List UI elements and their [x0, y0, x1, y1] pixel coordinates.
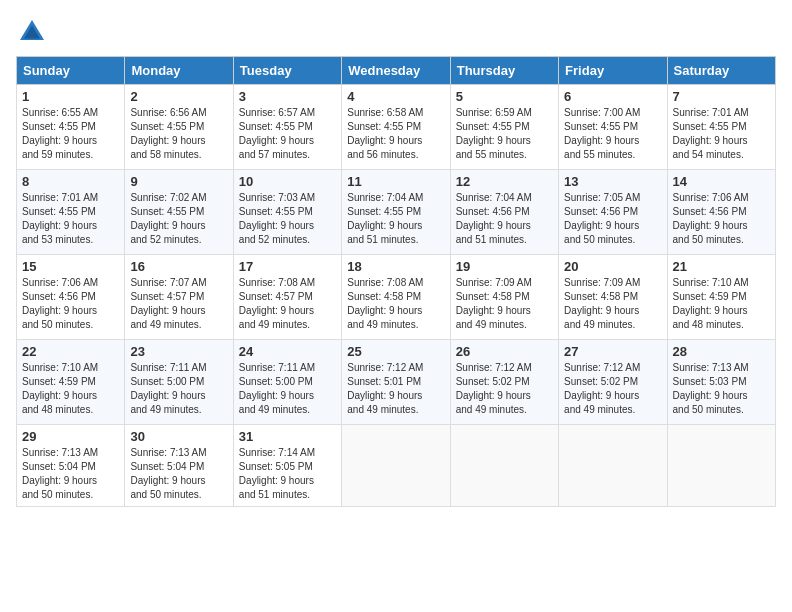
calendar-cell: 22Sunrise: 7:10 AMSunset: 4:59 PMDayligh…	[17, 340, 125, 425]
day-number: 21	[673, 259, 770, 274]
day-info: Sunrise: 7:08 AMSunset: 4:58 PMDaylight:…	[347, 276, 444, 332]
header-row: SundayMondayTuesdayWednesdayThursdayFrid…	[17, 57, 776, 85]
page-header	[16, 16, 776, 48]
week-row-5: 29Sunrise: 7:13 AMSunset: 5:04 PMDayligh…	[17, 425, 776, 507]
calendar-cell: 23Sunrise: 7:11 AMSunset: 5:00 PMDayligh…	[125, 340, 233, 425]
day-info: Sunrise: 6:56 AMSunset: 4:55 PMDaylight:…	[130, 106, 227, 162]
calendar-cell: 25Sunrise: 7:12 AMSunset: 5:01 PMDayligh…	[342, 340, 450, 425]
day-number: 17	[239, 259, 336, 274]
day-info: Sunrise: 7:12 AMSunset: 5:02 PMDaylight:…	[456, 361, 553, 417]
calendar-cell: 27Sunrise: 7:12 AMSunset: 5:02 PMDayligh…	[559, 340, 667, 425]
day-number: 27	[564, 344, 661, 359]
day-info: Sunrise: 7:12 AMSunset: 5:01 PMDaylight:…	[347, 361, 444, 417]
day-number: 26	[456, 344, 553, 359]
day-number: 18	[347, 259, 444, 274]
day-number: 5	[456, 89, 553, 104]
day-number: 30	[130, 429, 227, 444]
week-row-3: 15Sunrise: 7:06 AMSunset: 4:56 PMDayligh…	[17, 255, 776, 340]
day-info: Sunrise: 6:57 AMSunset: 4:55 PMDaylight:…	[239, 106, 336, 162]
day-info: Sunrise: 7:02 AMSunset: 4:55 PMDaylight:…	[130, 191, 227, 247]
calendar-cell: 8Sunrise: 7:01 AMSunset: 4:55 PMDaylight…	[17, 170, 125, 255]
logo	[16, 16, 52, 48]
col-header-saturday: Saturday	[667, 57, 775, 85]
day-info: Sunrise: 7:04 AMSunset: 4:55 PMDaylight:…	[347, 191, 444, 247]
day-info: Sunrise: 7:13 AMSunset: 5:04 PMDaylight:…	[130, 446, 227, 502]
day-info: Sunrise: 7:11 AMSunset: 5:00 PMDaylight:…	[130, 361, 227, 417]
day-number: 12	[456, 174, 553, 189]
day-number: 7	[673, 89, 770, 104]
calendar-cell: 16Sunrise: 7:07 AMSunset: 4:57 PMDayligh…	[125, 255, 233, 340]
calendar-cell: 12Sunrise: 7:04 AMSunset: 4:56 PMDayligh…	[450, 170, 558, 255]
day-number: 29	[22, 429, 119, 444]
calendar-cell: 21Sunrise: 7:10 AMSunset: 4:59 PMDayligh…	[667, 255, 775, 340]
col-header-friday: Friday	[559, 57, 667, 85]
calendar-cell	[559, 425, 667, 507]
calendar-cell: 5Sunrise: 6:59 AMSunset: 4:55 PMDaylight…	[450, 85, 558, 170]
calendar-cell	[667, 425, 775, 507]
calendar-cell: 15Sunrise: 7:06 AMSunset: 4:56 PMDayligh…	[17, 255, 125, 340]
day-info: Sunrise: 7:03 AMSunset: 4:55 PMDaylight:…	[239, 191, 336, 247]
day-number: 3	[239, 89, 336, 104]
day-info: Sunrise: 7:00 AMSunset: 4:55 PMDaylight:…	[564, 106, 661, 162]
day-info: Sunrise: 7:06 AMSunset: 4:56 PMDaylight:…	[22, 276, 119, 332]
calendar-cell: 30Sunrise: 7:13 AMSunset: 5:04 PMDayligh…	[125, 425, 233, 507]
day-number: 20	[564, 259, 661, 274]
calendar-cell: 24Sunrise: 7:11 AMSunset: 5:00 PMDayligh…	[233, 340, 341, 425]
calendar-cell: 17Sunrise: 7:08 AMSunset: 4:57 PMDayligh…	[233, 255, 341, 340]
calendar-cell: 31Sunrise: 7:14 AMSunset: 5:05 PMDayligh…	[233, 425, 341, 507]
day-info: Sunrise: 7:01 AMSunset: 4:55 PMDaylight:…	[22, 191, 119, 247]
calendar-cell: 28Sunrise: 7:13 AMSunset: 5:03 PMDayligh…	[667, 340, 775, 425]
day-number: 4	[347, 89, 444, 104]
day-number: 31	[239, 429, 336, 444]
col-header-wednesday: Wednesday	[342, 57, 450, 85]
day-number: 13	[564, 174, 661, 189]
day-number: 2	[130, 89, 227, 104]
calendar-cell: 18Sunrise: 7:08 AMSunset: 4:58 PMDayligh…	[342, 255, 450, 340]
day-info: Sunrise: 7:13 AMSunset: 5:03 PMDaylight:…	[673, 361, 770, 417]
calendar-cell: 26Sunrise: 7:12 AMSunset: 5:02 PMDayligh…	[450, 340, 558, 425]
logo-icon	[16, 16, 48, 48]
day-info: Sunrise: 7:10 AMSunset: 4:59 PMDaylight:…	[22, 361, 119, 417]
day-info: Sunrise: 6:59 AMSunset: 4:55 PMDaylight:…	[456, 106, 553, 162]
day-info: Sunrise: 7:06 AMSunset: 4:56 PMDaylight:…	[673, 191, 770, 247]
day-number: 1	[22, 89, 119, 104]
calendar-cell: 29Sunrise: 7:13 AMSunset: 5:04 PMDayligh…	[17, 425, 125, 507]
day-number: 16	[130, 259, 227, 274]
calendar-cell: 11Sunrise: 7:04 AMSunset: 4:55 PMDayligh…	[342, 170, 450, 255]
day-info: Sunrise: 7:04 AMSunset: 4:56 PMDaylight:…	[456, 191, 553, 247]
day-info: Sunrise: 7:08 AMSunset: 4:57 PMDaylight:…	[239, 276, 336, 332]
day-number: 8	[22, 174, 119, 189]
calendar-cell: 1Sunrise: 6:55 AMSunset: 4:55 PMDaylight…	[17, 85, 125, 170]
col-header-thursday: Thursday	[450, 57, 558, 85]
calendar-cell: 7Sunrise: 7:01 AMSunset: 4:55 PMDaylight…	[667, 85, 775, 170]
day-number: 22	[22, 344, 119, 359]
calendar-cell: 13Sunrise: 7:05 AMSunset: 4:56 PMDayligh…	[559, 170, 667, 255]
day-info: Sunrise: 7:11 AMSunset: 5:00 PMDaylight:…	[239, 361, 336, 417]
day-info: Sunrise: 6:55 AMSunset: 4:55 PMDaylight:…	[22, 106, 119, 162]
day-number: 9	[130, 174, 227, 189]
calendar-cell	[342, 425, 450, 507]
day-info: Sunrise: 7:09 AMSunset: 4:58 PMDaylight:…	[456, 276, 553, 332]
calendar-cell: 3Sunrise: 6:57 AMSunset: 4:55 PMDaylight…	[233, 85, 341, 170]
day-info: Sunrise: 7:12 AMSunset: 5:02 PMDaylight:…	[564, 361, 661, 417]
week-row-1: 1Sunrise: 6:55 AMSunset: 4:55 PMDaylight…	[17, 85, 776, 170]
day-number: 19	[456, 259, 553, 274]
week-row-4: 22Sunrise: 7:10 AMSunset: 4:59 PMDayligh…	[17, 340, 776, 425]
day-info: Sunrise: 7:14 AMSunset: 5:05 PMDaylight:…	[239, 446, 336, 502]
day-number: 23	[130, 344, 227, 359]
calendar-cell: 20Sunrise: 7:09 AMSunset: 4:58 PMDayligh…	[559, 255, 667, 340]
col-header-monday: Monday	[125, 57, 233, 85]
week-row-2: 8Sunrise: 7:01 AMSunset: 4:55 PMDaylight…	[17, 170, 776, 255]
day-info: Sunrise: 7:10 AMSunset: 4:59 PMDaylight:…	[673, 276, 770, 332]
day-info: Sunrise: 7:13 AMSunset: 5:04 PMDaylight:…	[22, 446, 119, 502]
calendar-cell: 2Sunrise: 6:56 AMSunset: 4:55 PMDaylight…	[125, 85, 233, 170]
col-header-sunday: Sunday	[17, 57, 125, 85]
day-number: 6	[564, 89, 661, 104]
calendar-cell: 10Sunrise: 7:03 AMSunset: 4:55 PMDayligh…	[233, 170, 341, 255]
day-number: 25	[347, 344, 444, 359]
day-number: 24	[239, 344, 336, 359]
day-number: 11	[347, 174, 444, 189]
day-info: Sunrise: 7:01 AMSunset: 4:55 PMDaylight:…	[673, 106, 770, 162]
calendar-cell: 4Sunrise: 6:58 AMSunset: 4:55 PMDaylight…	[342, 85, 450, 170]
calendar-cell: 14Sunrise: 7:06 AMSunset: 4:56 PMDayligh…	[667, 170, 775, 255]
